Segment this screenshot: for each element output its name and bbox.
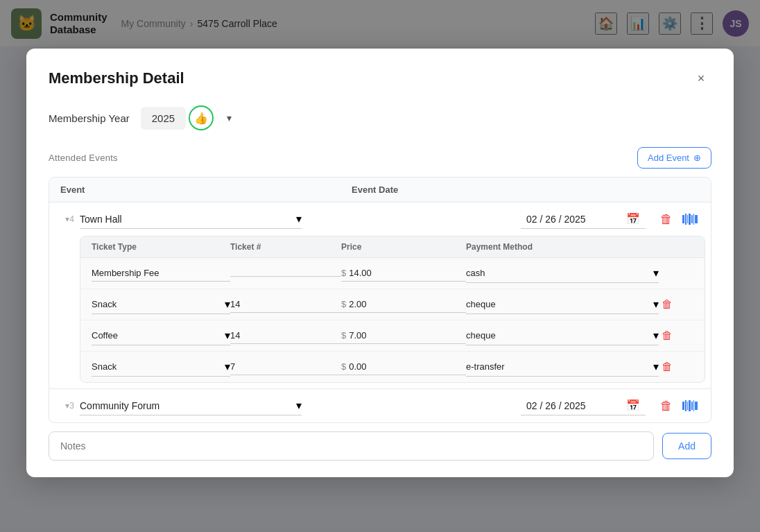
event-row-num: ▾4 — [60, 214, 74, 224]
svg-rect-7 — [682, 402, 684, 410]
price-value: 7.00 — [349, 330, 466, 341]
svg-rect-6 — [695, 215, 698, 223]
attended-events-label: Attended Events — [49, 153, 118, 163]
event-name-text-forum: Community Forum — [80, 400, 291, 411]
modal-header: Membership Detail × — [49, 68, 711, 89]
svg-rect-10 — [689, 400, 691, 411]
ticket-price-col-header: Price — [341, 242, 466, 252]
modal-overlay: Membership Detail × Membership Year 2025… — [0, 0, 760, 532]
payment-text: cheque — [466, 330, 650, 341]
ticket-num-snack-2[interactable]: 7 — [230, 359, 341, 375]
ticket-type-coffee[interactable]: Coffee ▾ — [92, 326, 230, 345]
event-date-input: 02 / 26 / 2025 📅 — [521, 209, 646, 229]
ticket-type-snack-2[interactable]: Snack ▾ — [92, 357, 230, 377]
notes-input[interactable] — [49, 431, 654, 461]
ticket-type-text: Snack — [92, 361, 222, 372]
payment-chevron-icon: ▾ — [653, 266, 659, 280]
event-col-header: Event — [60, 185, 352, 195]
ticket-num-snack-1[interactable]: 14 — [230, 296, 341, 313]
event-main-row: ▾4 Town Hall ▾ 02 / 26 / 2025 📅 🗑 — [49, 203, 711, 236]
payment-text: e-transfer — [466, 361, 650, 372]
ticket-type-text: Coffee — [92, 330, 222, 341]
event-date-text-forum: 02 / 26 / 2025 — [526, 400, 623, 411]
ticket-delete-btn-snack-2[interactable]: 🗑 — [659, 359, 675, 375]
thumbs-up-btn[interactable]: 👍 — [189, 105, 214, 130]
ticket-row-coffee: Coffee ▾ 14 $ 7.00 cheque ▾ 🗑 — [80, 320, 705, 352]
event-chevron-icon: ▾ — [296, 212, 302, 225]
add-notes-btn[interactable]: Add — [662, 433, 711, 459]
membership-year-label: Membership Year — [49, 112, 130, 124]
ticket-type-text: Snack — [92, 299, 222, 309]
ticket-row-membership-fee: Membership Fee $ 14.00 cash ▾ — [80, 258, 705, 289]
payment-select-coffee[interactable]: cheque ▾ — [466, 326, 659, 345]
payment-chevron-icon: ▾ — [653, 298, 659, 311]
add-event-label: Add Event — [648, 153, 689, 163]
ticket-price-snack-2: $ 0.00 — [341, 359, 466, 375]
event-delete-btn[interactable]: 🗑 — [657, 209, 676, 229]
event-date-text: 02 / 26 / 2025 — [526, 214, 623, 225]
event-row-num-forum: ▾3 — [60, 401, 74, 411]
svg-rect-9 — [687, 402, 688, 410]
attended-events-section-header: Attended Events Add Event ⊕ — [49, 147, 711, 169]
ticket-delete-btn-coffee[interactable]: 🗑 — [659, 327, 675, 344]
membership-year-control: 2025 👍 ▾ — [141, 105, 241, 130]
ticket-row-snack-2: Snack ▾ 7 $ 0.00 e-transfer ▾ 🗑 — [80, 352, 705, 382]
calendar-icon-forum[interactable]: 📅 — [626, 399, 640, 412]
svg-rect-1 — [685, 214, 686, 225]
ticket-type-col-header: Ticket Type — [92, 242, 230, 252]
payment-select-membership-fee[interactable]: cash ▾ — [466, 264, 659, 283]
payment-select-snack-1[interactable]: cheque ▾ — [466, 295, 659, 314]
tickets-header-row: Ticket Type Ticket # Price Payment Metho… — [80, 237, 705, 258]
price-value: 2.00 — [349, 299, 466, 309]
year-chevron-btn[interactable]: ▾ — [216, 105, 241, 130]
event-date-col-header: Event Date — [352, 185, 603, 195]
svg-rect-0 — [682, 215, 684, 223]
event-date-area-forum: 02 / 26 / 2025 📅 🗑 — [521, 396, 700, 415]
ticket-row-snack-1: Snack ▾ 14 $ 2.00 cheque ▾ 🗑 — [80, 289, 705, 320]
modal-title: Membership Detail — [49, 69, 184, 87]
ticket-type-chevron-icon: ▾ — [225, 298, 230, 311]
add-event-btn[interactable]: Add Event ⊕ — [637, 147, 711, 169]
svg-rect-13 — [695, 402, 698, 410]
tickets-subtable: Ticket Type Ticket # Price Payment Metho… — [80, 236, 705, 383]
ticket-delete-btn-snack-1[interactable]: 🗑 — [659, 296, 675, 313]
payment-chevron-icon: ▾ — [653, 329, 659, 342]
event-action-btns: 🗑 — [657, 209, 700, 229]
svg-rect-5 — [693, 214, 694, 225]
membership-year-row: Membership Year 2025 👍 ▾ — [49, 105, 711, 130]
event-scan-btn-forum[interactable] — [680, 396, 700, 415]
membership-detail-modal: Membership Detail × Membership Year 2025… — [26, 49, 734, 477]
event-action-btns-forum: 🗑 — [657, 396, 700, 415]
price-value: 0.00 — [349, 361, 466, 372]
ticket-price-membership-fee: $ 14.00 — [341, 265, 466, 282]
ticket-type-membership-fee: Membership Fee — [92, 265, 230, 282]
ticket-price-snack-1: $ 2.00 — [341, 296, 466, 313]
svg-rect-2 — [687, 215, 688, 223]
event-name-text: Town Hall — [80, 214, 291, 225]
event-name-select-forum[interactable]: Community Forum ▾ — [80, 396, 302, 415]
calendar-icon[interactable]: 📅 — [626, 212, 640, 225]
payment-text: cheque — [466, 299, 650, 309]
ticket-type-snack-1[interactable]: Snack ▾ — [92, 295, 230, 314]
svg-rect-8 — [685, 400, 686, 411]
ticket-price-coffee: $ 7.00 — [341, 327, 466, 344]
svg-rect-4 — [691, 215, 693, 223]
ticket-type-text: Membership Fee — [92, 268, 230, 278]
payment-select-snack-2[interactable]: e-transfer ▾ — [466, 357, 659, 377]
event-delete-btn-forum[interactable]: 🗑 — [657, 396, 676, 415]
price-value: 14.00 — [349, 268, 466, 278]
events-table: Event Event Date ▾4 Town Hall ▾ 02 / 26 … — [49, 177, 711, 423]
membership-year-value: 2025 — [141, 107, 186, 130]
event-date-input-forum: 02 / 26 / 2025 📅 — [521, 396, 646, 415]
payment-text: cash — [466, 268, 650, 278]
event-date-area: 02 / 26 / 2025 📅 🗑 — [521, 209, 700, 229]
ticket-num-coffee[interactable]: 14 — [230, 327, 341, 344]
svg-rect-3 — [689, 214, 691, 225]
svg-rect-11 — [691, 402, 693, 410]
event-main-row-forum: ▾3 Community Forum ▾ 02 / 26 / 2025 📅 🗑 — [49, 389, 711, 422]
notes-area: Add — [49, 431, 711, 461]
event-name-select[interactable]: Town Hall ▾ — [80, 209, 302, 229]
modal-close-btn[interactable]: × — [691, 68, 711, 89]
event-scan-btn[interactable] — [680, 209, 700, 229]
payment-chevron-icon: ▾ — [653, 360, 659, 373]
